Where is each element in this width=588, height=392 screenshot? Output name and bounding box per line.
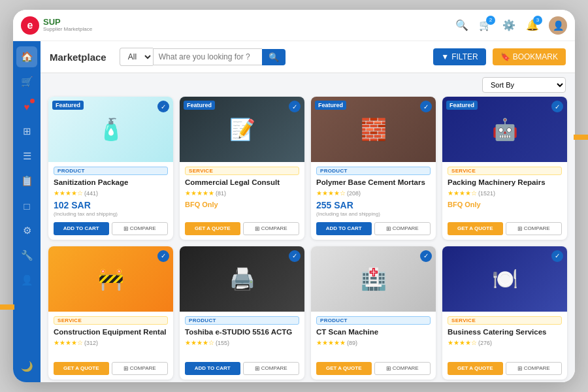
sort-select[interactable]: Sort By Price: Low to High Price: High t… <box>482 77 566 93</box>
sidebar-item-favorites[interactable]: ♥ <box>16 96 37 117</box>
sidebar-item-list[interactable]: ☰ <box>16 146 37 167</box>
type-badge: PRODUCT <box>316 167 431 175</box>
deco-arrow-right <box>574 131 588 144</box>
card-actions: ADD TO CART ⊞COMPARE <box>316 220 431 235</box>
compare-button[interactable]: ⊞COMPARE <box>506 362 563 375</box>
get-quote-button[interactable]: GET A QUOTE <box>448 362 503 375</box>
sidebar-item-profile[interactable]: 👤 <box>16 270 37 291</box>
compare-icon: ⊞ <box>386 225 391 232</box>
top-bar-icons: 🔍 🛒 2 ⚙️ 🔔 3 👤 <box>455 16 567 35</box>
sort-bar: Sort By Price: Low to High Price: High t… <box>41 73 575 97</box>
verified-badge: ✓ <box>157 250 169 262</box>
product-image: 🏥 <box>311 246 436 312</box>
card-body: SERVICE Packing Machinery Repairs ★★★★☆(… <box>442 162 567 240</box>
add-to-cart-button[interactable]: ADD TO CART <box>54 222 109 235</box>
product-grid: 🧴 Featured ✓ PRODUCT Sanitization Packag… <box>41 97 575 382</box>
product-image: 🚧 <box>48 246 173 312</box>
star-rating: ★★★★☆(441) <box>54 189 168 197</box>
card-image-wrap: 🏥 ✓ <box>311 246 436 312</box>
card-actions: GET A QUOTE ⊞COMPARE <box>185 220 299 235</box>
settings-icon[interactable]: ⚙️ <box>502 18 516 33</box>
featured-badge: Featured <box>446 101 478 110</box>
card-image-wrap: 🚧 ✓ <box>48 246 173 312</box>
card-body: PRODUCT Toshiba e-STUDIO 5516 ACTG ★★★★☆… <box>180 312 304 380</box>
product-name: Packing Machinery Repairs <box>448 178 562 188</box>
search-button[interactable]: 🔍 <box>262 49 286 65</box>
review-count: (89) <box>347 340 357 346</box>
sidebar-item-cart[interactable]: 🛒 <box>16 71 37 92</box>
card-actions: GET A QUOTE ⊞COMPARE <box>448 220 562 235</box>
type-badge: SERVICE <box>448 316 562 325</box>
sidebar-item-grid[interactable]: ⊞ <box>16 121 37 142</box>
main-layout: 🏠 🛒 ♥ ⊞ ☰ 📋 □ ⚙ 🔧 👤 🌙 Marketplace <box>13 41 575 382</box>
compare-button[interactable]: ⊞COMPARE <box>243 362 300 375</box>
card-actions: ADD TO CART ⊞COMPARE <box>54 220 168 235</box>
search-input[interactable] <box>153 48 262 65</box>
compare-button[interactable]: ⊞COMPARE <box>112 222 169 235</box>
price-note: (Including tax and shipping) <box>316 211 431 217</box>
sidebar-item-dark[interactable]: 🌙 <box>16 356 37 377</box>
bookmark-button[interactable]: 🔖 BOOKMARK <box>493 48 566 65</box>
star-rating: ★★★★☆(276) <box>448 339 562 346</box>
card-body: PRODUCT Sanitization Package ★★★★☆(441) … <box>48 162 173 240</box>
card-image-wrap: 🖨️ ✓ <box>180 246 304 312</box>
get-quote-button[interactable]: GET A QUOTE <box>448 222 503 235</box>
type-badge: SERVICE <box>54 316 168 325</box>
sidebar-item-orders[interactable]: 📋 <box>16 171 37 191</box>
product-name: Business Catering Services <box>448 327 562 337</box>
search-group: All 🔍 <box>120 48 286 66</box>
rfq-label: BFQ Only <box>185 201 299 208</box>
avatar[interactable]: 👤 <box>549 16 567 35</box>
star-rating: ★★★★★(81) <box>185 189 299 197</box>
compare-icon: ⊞ <box>123 225 129 232</box>
sidebar-item-docs[interactable]: □ <box>16 195 37 216</box>
compare-button[interactable]: ⊞COMPARE <box>506 222 563 235</box>
type-badge: PRODUCT <box>185 316 299 325</box>
compare-button[interactable]: ⊞COMPARE <box>112 362 169 375</box>
compare-button[interactable]: ⊞COMPARE <box>374 362 431 375</box>
search-icon[interactable]: 🔍 <box>455 18 469 33</box>
verified-badge: ✓ <box>157 101 169 112</box>
review-count: (441) <box>84 190 98 197</box>
logo-e-icon: e <box>21 16 39 35</box>
compare-button[interactable]: ⊞COMPARE <box>243 222 300 235</box>
compare-button[interactable]: ⊞COMPARE <box>374 222 431 235</box>
card-body: PRODUCT CT Scan Machine ★★★★★(89) GET A … <box>311 312 436 380</box>
product-price: 102 SAR <box>54 200 168 210</box>
verified-badge: ✓ <box>420 101 432 112</box>
product-name: Construction Equipment Rental <box>54 327 168 337</box>
top-bar: e SUP Supplier Marketplace 🔍 🛒 2 ⚙️ 🔔 3 <box>13 10 575 41</box>
deco-arrow-left <box>0 301 14 314</box>
logo-area: e SUP Supplier Marketplace <box>21 16 92 35</box>
product-card: 🧱 Featured ✓ PRODUCT Polymer Base Cement… <box>311 97 436 240</box>
add-to-cart-button[interactable]: ADD TO CART <box>316 222 372 235</box>
featured-badge: Featured <box>184 101 215 110</box>
compare-icon: ⊞ <box>123 365 129 372</box>
type-badge: PRODUCT <box>54 167 168 175</box>
marketplace-header: Marketplace All 🔍 ▼ FILTER 🔖 <box>41 41 575 73</box>
product-name: Sanitization Package <box>54 178 168 188</box>
get-quote-button[interactable]: GET A QUOTE <box>185 222 240 235</box>
sidebar-item-home[interactable]: 🏠 <box>16 46 37 67</box>
verified-badge: ✓ <box>551 101 563 112</box>
bell-icon[interactable]: 🔔 3 <box>525 18 540 33</box>
sidebar-item-settings[interactable]: ⚙ <box>16 220 37 241</box>
product-name: CT Scan Machine <box>316 327 431 337</box>
product-card: 🧴 Featured ✓ PRODUCT Sanitization Packag… <box>48 97 173 240</box>
get-quote-button[interactable]: GET A QUOTE <box>316 362 372 375</box>
sidebar-item-tools[interactable]: 🔧 <box>16 245 37 266</box>
add-to-cart-button[interactable]: ADD TO CART <box>185 362 240 375</box>
star-rating: ★★★★☆(155) <box>185 339 299 346</box>
cart-badge: 2 <box>486 16 495 25</box>
card-body: SERVICE Business Catering Services ★★★★☆… <box>442 312 567 380</box>
product-image: 🖨️ <box>180 246 304 312</box>
cart-icon[interactable]: 🛒 2 <box>478 18 493 33</box>
review-count: (208) <box>347 190 361 197</box>
compare-icon: ⊞ <box>255 365 260 372</box>
logo-main-text: SUP <box>43 18 92 27</box>
type-badge: PRODUCT <box>316 316 431 325</box>
get-quote-button[interactable]: GET A QUOTE <box>54 362 109 375</box>
search-category-select[interactable]: All <box>120 48 153 66</box>
filter-button[interactable]: ▼ FILTER <box>433 48 485 65</box>
bookmark-icon: 🔖 <box>500 52 510 61</box>
